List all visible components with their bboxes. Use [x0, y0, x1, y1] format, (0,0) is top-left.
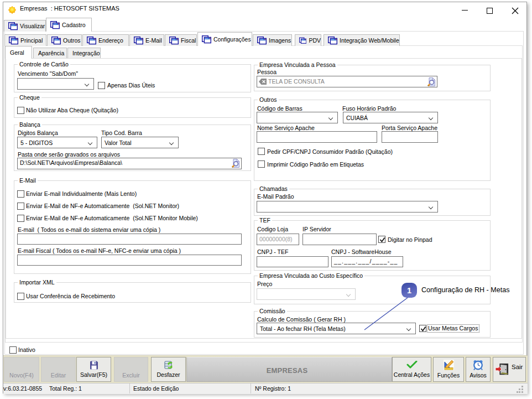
svg-text:1: 1 — [407, 286, 411, 295]
